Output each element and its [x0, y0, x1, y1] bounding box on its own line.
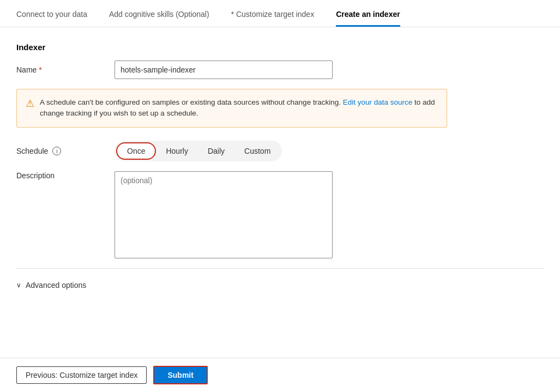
tab-cognitive[interactable]: Add cognitive skills (Optional): [109, 10, 209, 27]
divider: [16, 268, 544, 269]
section-title: Indexer: [16, 43, 544, 52]
advanced-options-toggle[interactable]: ∨ Advanced options: [16, 278, 544, 293]
schedule-once[interactable]: Once: [116, 142, 156, 160]
name-row: Name *: [16, 61, 544, 79]
name-label: Name *: [16, 65, 115, 74]
schedule-daily[interactable]: Daily: [198, 143, 234, 159]
required-star: *: [39, 65, 41, 74]
schedule-custom[interactable]: Custom: [234, 143, 280, 159]
submit-button[interactable]: Submit: [153, 366, 207, 384]
tabs-bar: Connect to your data Add cognitive skill…: [0, 0, 560, 27]
description-row: Description: [16, 171, 544, 258]
main-content: Indexer Name * ⚠ A schedule can't be con…: [0, 27, 560, 358]
schedule-info-icon[interactable]: i: [52, 147, 61, 155]
tab-create-indexer[interactable]: Create an indexer: [336, 10, 400, 27]
description-label: Description: [16, 171, 115, 180]
description-textarea[interactable]: [115, 171, 333, 258]
warning-text: A schedule can't be configured on sample…: [40, 97, 438, 119]
schedule-hourly[interactable]: Hourly: [156, 143, 197, 159]
schedule-label: Schedule i: [16, 147, 115, 155]
warning-link[interactable]: Edit your data source: [343, 98, 413, 106]
advanced-options-label: Advanced options: [26, 281, 86, 290]
warning-banner: ⚠ A schedule can't be configured on samp…: [16, 89, 447, 128]
footer-bar: Previous: Customize target index Submit: [0, 358, 560, 392]
prev-button[interactable]: Previous: Customize target index: [16, 366, 147, 384]
warning-icon: ⚠: [26, 98, 34, 110]
schedule-row: Schedule i Once Hourly Daily Custom: [16, 141, 544, 161]
page-container: Connect to your data Add cognitive skill…: [0, 0, 560, 392]
tab-customize[interactable]: * Customize target index: [231, 10, 315, 27]
schedule-group: Once Hourly Daily Custom: [115, 141, 282, 161]
chevron-down-icon: ∨: [16, 281, 21, 289]
tab-connect[interactable]: Connect to your data: [16, 10, 87, 27]
name-input[interactable]: [115, 61, 333, 79]
